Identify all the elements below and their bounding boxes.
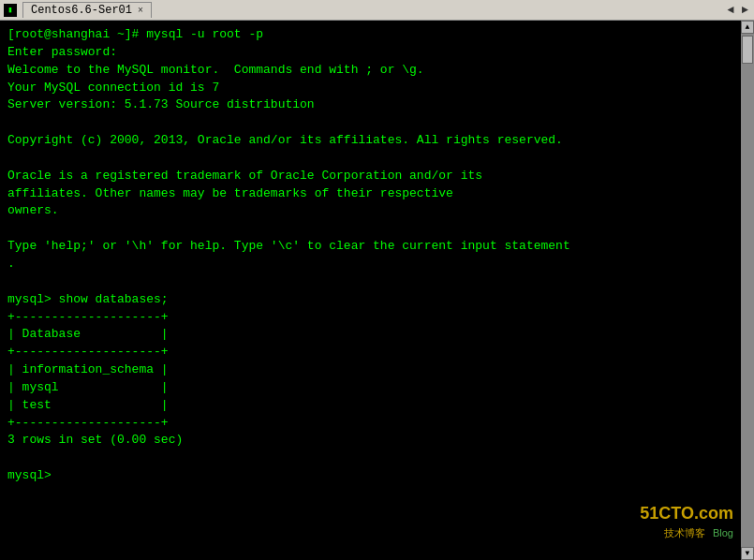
- titlebar-tab[interactable]: Centos6.6-Ser01 ×: [22, 2, 152, 18]
- terminal-area[interactable]: [root@shanghai ~]# mysql -u root -p Ente…: [0, 21, 754, 560]
- watermark: 51CTO.com 技术博客 Blog: [640, 501, 733, 543]
- scrollbar-thumb[interactable]: [742, 36, 753, 64]
- tab-close-button[interactable]: ×: [138, 6, 143, 16]
- nav-left-arrow[interactable]: ◄: [726, 4, 736, 17]
- titlebar: ▮ Centos6.6-Ser01 × ◄ ►: [0, 0, 754, 21]
- nav-right-arrow[interactable]: ►: [740, 4, 750, 17]
- scrollbar[interactable]: ▲ ▼: [741, 21, 754, 560]
- titlebar-right: ◄ ►: [726, 4, 750, 17]
- scrollbar-up-arrow[interactable]: ▲: [741, 21, 754, 34]
- titlebar-left: ▮ Centos6.6-Ser01 ×: [4, 2, 152, 18]
- scrollbar-down-arrow[interactable]: ▼: [741, 547, 754, 560]
- tab-label: Centos6.6-Ser01: [31, 4, 132, 17]
- watermark-main-text: 51CTO.com: [640, 501, 733, 525]
- terminal-icon: ▮: [4, 4, 17, 17]
- terminal-output: [root@shanghai ~]# mysql -u root -p Ente…: [7, 26, 747, 485]
- watermark-sub-text: 技术博客: [664, 527, 705, 538]
- watermark-blog-text: Blog: [713, 527, 733, 538]
